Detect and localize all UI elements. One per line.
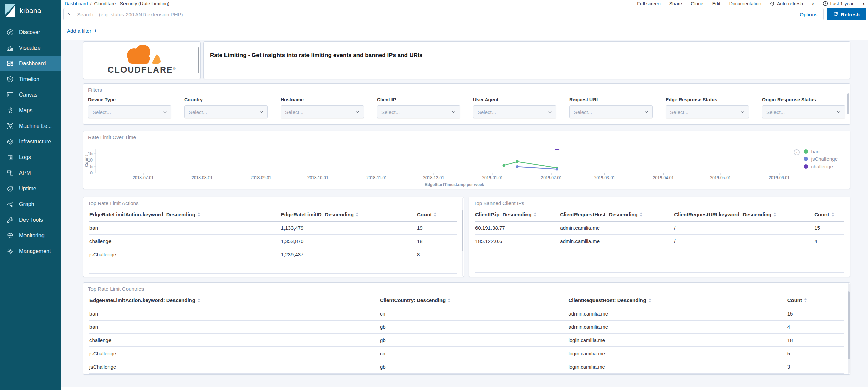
select-placeholder: Select... xyxy=(93,109,162,115)
column-header-edgeratelimitaction-keyword-descending[interactable]: EdgeRateLimitAction.keyword: Descending xyxy=(89,209,281,221)
kibana-logo[interactable]: kibana xyxy=(0,0,61,21)
svg-text:2019-03-01: 2019-03-01 xyxy=(594,175,615,180)
sidebar-item-dev-tools[interactable]: Dev Tools xyxy=(0,212,61,228)
legend-label: ban xyxy=(811,149,820,154)
filter-bar: Add a filter + xyxy=(61,21,868,40)
time-next-button[interactable]: › xyxy=(863,0,865,7)
sidebar: kibana DiscoverVisualizeDashboardTimelio… xyxy=(0,0,61,390)
sort-icon xyxy=(804,298,807,304)
filter-label: User Agent xyxy=(473,97,556,102)
auto-refresh-button[interactable]: Auto-refresh xyxy=(770,1,803,6)
breadcrumb-bar: Dashboard / Cloudflare - Security (Rate … xyxy=(61,0,868,7)
table-cell: ban xyxy=(89,320,380,334)
clock-icon xyxy=(823,1,828,6)
table-cell: jsChallenge xyxy=(89,248,281,261)
column-header-count[interactable]: Count xyxy=(417,209,457,221)
sidebar-item-dashboard[interactable]: Dashboard xyxy=(0,56,61,71)
column-header-count[interactable]: Count xyxy=(787,294,844,307)
select-placeholder: Select... xyxy=(670,109,740,115)
time-range-picker[interactable]: Last 1 year xyxy=(823,1,853,6)
column-header-count[interactable]: Count xyxy=(814,209,844,221)
refresh-button-label: Refresh xyxy=(841,12,860,17)
share-button[interactable]: Share xyxy=(669,1,682,6)
cloudflare-wordmark: CLOUDFLARE® xyxy=(108,66,176,74)
topbar-menu: Full screenShareCloneEditDocumentation A… xyxy=(637,0,865,7)
column-header-clientrequesthost-descending[interactable]: ClientRequestHost: Descending xyxy=(560,209,674,221)
column-header-clientcountry-descending[interactable]: ClientCountry: Descending xyxy=(380,294,569,307)
scrollbar-thumb[interactable] xyxy=(462,210,463,251)
scrollbar-track[interactable] xyxy=(848,283,850,374)
table-cell: 1,239,437 xyxy=(281,248,417,261)
documentation-button[interactable]: Documentation xyxy=(729,1,761,6)
sidebar-item-canvas[interactable]: Canvas xyxy=(0,87,61,103)
sidebar-item-uptime[interactable]: Uptime xyxy=(0,181,61,197)
sidebar-item-machine-learning[interactable]: Machine Le... xyxy=(0,118,61,134)
plus-icon: + xyxy=(94,28,97,34)
table-cell: ban xyxy=(89,307,380,320)
column-header-edgeratelimitaction-keyword-descending[interactable]: EdgeRateLimitAction.keyword: Descending xyxy=(89,294,380,307)
scrollbar-thumb[interactable] xyxy=(848,291,850,359)
column-header-label: ClientIP.ip: Descending xyxy=(475,211,532,217)
add-filter-button[interactable]: Add a filter + xyxy=(67,28,97,34)
time-prev-button[interactable]: ‹ xyxy=(812,0,814,7)
svg-text:2018-11-01: 2018-11-01 xyxy=(366,175,387,180)
filters-row: Device TypeSelect...CountrySelect...Host… xyxy=(83,93,850,118)
legend-item-challenge[interactable]: challenge xyxy=(804,164,838,169)
scrollbar-thumb[interactable] xyxy=(847,93,849,114)
scrollbar-track[interactable] xyxy=(462,198,463,276)
column-header-clientrequesturi-keyword-descending[interactable]: ClientRequestURI.keyword: Descending xyxy=(674,209,814,221)
legend-item-jschallenge[interactable]: jsChallenge xyxy=(804,156,838,162)
table-cell: login.camilia.me xyxy=(568,347,787,360)
filter-select-country[interactable]: Select... xyxy=(184,105,268,118)
sidebar-item-apm[interactable]: APM xyxy=(0,165,61,181)
sidebar-item-maps[interactable]: Maps xyxy=(0,103,61,118)
data-table: EdgeRateLimitAction.keyword: DescendingE… xyxy=(89,209,457,274)
legend-toggle-icon[interactable]: › xyxy=(794,149,800,155)
refresh-button[interactable]: Refresh xyxy=(827,8,866,20)
logs-icon xyxy=(6,154,14,161)
sidebar-item-timelion[interactable]: Timelion xyxy=(0,71,61,87)
edit-button[interactable]: Edit xyxy=(712,1,720,6)
sort-icon xyxy=(831,212,834,218)
auto-refresh-label: Auto-refresh xyxy=(777,1,803,6)
sidebar-item-label: Maps xyxy=(19,107,32,114)
clone-button[interactable]: Clone xyxy=(691,1,703,6)
table-cell: / xyxy=(674,221,814,235)
full-screen-button[interactable]: Full screen xyxy=(637,1,660,6)
breadcrumb-dashboard-link[interactable]: Dashboard xyxy=(65,1,88,6)
scrollbar-thumb[interactable] xyxy=(198,47,199,73)
filter-select-client-ip[interactable]: Select... xyxy=(377,105,460,118)
filter-select-device-type[interactable]: Select... xyxy=(88,105,171,118)
sidebar-item-discover[interactable]: Discover xyxy=(0,24,61,40)
refresh-icon xyxy=(833,12,838,17)
filter-select-origin-response-status[interactable]: Select... xyxy=(762,105,845,118)
sidebar-item-graph[interactable]: Graph xyxy=(0,197,61,212)
table-cell: 18 xyxy=(787,334,844,347)
legend-item-ban[interactable]: ban xyxy=(804,149,838,154)
sidebar-item-logs[interactable]: Logs xyxy=(0,150,61,165)
filter-select-hostname[interactable]: Select... xyxy=(281,105,364,118)
table-cell: 5 xyxy=(787,347,844,360)
sort-icon xyxy=(534,212,537,218)
column-header-edgeratelimitid-descending[interactable]: EdgeRateLimitID: Descending xyxy=(281,209,417,221)
kibana-logo-icon xyxy=(4,4,16,17)
filter-select-edge-response-status[interactable]: Select... xyxy=(666,105,749,118)
breadcrumb: Dashboard / Cloudflare - Security (Rate … xyxy=(65,1,169,6)
column-header-clientip-ip-descending[interactable]: ClientIP.ip: Descending xyxy=(475,209,560,221)
table-cell: gb xyxy=(380,334,569,347)
sidebar-item-visualize[interactable]: Visualize xyxy=(0,40,61,56)
column-header-clientrequesthost-descending[interactable]: ClientRequestHost: Descending xyxy=(568,294,787,307)
sidebar-item-management[interactable]: Management xyxy=(0,243,61,259)
infrastructure-icon xyxy=(6,138,14,146)
search-input[interactable] xyxy=(77,11,794,18)
table-row: 60.191.38.77admin.camilia.me/15 xyxy=(475,221,844,235)
sidebar-item-monitoring[interactable]: Monitoring xyxy=(0,228,61,243)
data-table: EdgeRateLimitAction.keyword: DescendingC… xyxy=(89,294,844,374)
chevron-down-icon xyxy=(162,109,168,115)
filter-select-request-uri[interactable]: Select... xyxy=(569,105,653,118)
filter-group-device-type: Device TypeSelect... xyxy=(88,97,171,118)
legend-color-dot xyxy=(804,149,808,154)
filter-select-user-agent[interactable]: Select... xyxy=(473,105,556,118)
sidebar-item-infrastructure[interactable]: Infrastructure xyxy=(0,134,61,150)
query-options-link[interactable]: Options xyxy=(794,12,823,17)
